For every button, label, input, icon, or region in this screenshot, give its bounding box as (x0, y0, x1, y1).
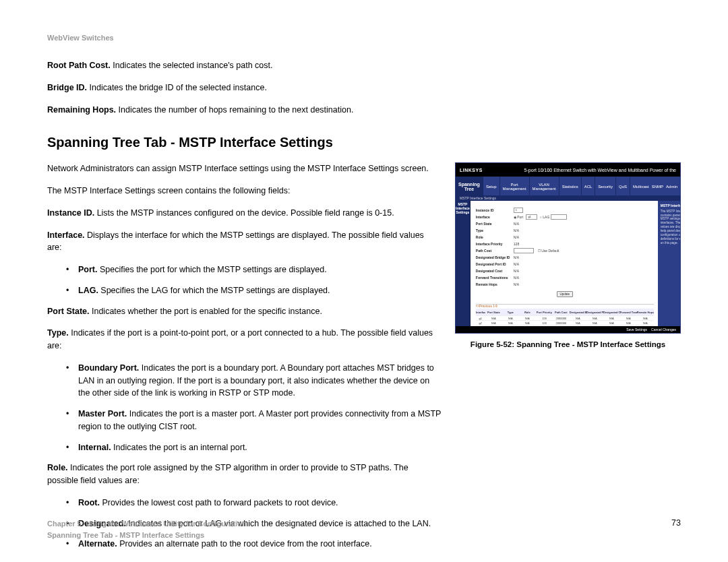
ss-brand-bar: LINKSYS 5-port 10/100 Ethernet Switch wi… (456, 163, 680, 177)
def-instance-id: Instance ID. Lists the MSTP instances co… (47, 207, 435, 220)
ss-product: 5-port 10/100 Ethernet Switch with WebVi… (524, 168, 676, 173)
ss-table-header-row: Interface Port State Type Role Port Prio… (476, 309, 654, 316)
ss-value: N/A (514, 269, 519, 273)
screenshot-figure: LINKSYS 5-port 10/100 Ethernet Switch wi… (455, 162, 681, 334)
term: LAG. (78, 286, 98, 295)
ss-value: N/A (514, 262, 519, 266)
term-text: Specifies the port for which the MSTP se… (97, 265, 326, 274)
ss-save-button[interactable]: Save Settings (626, 327, 647, 332)
ss-checkbox[interactable]: ☐ Use Default (538, 249, 559, 253)
term-text: Provides an alternate path to the root d… (117, 539, 372, 549)
type-bullet-list: Boundary Port. Indicates the port is a b… (47, 362, 442, 454)
ss-value: N/A (514, 235, 519, 239)
def-port-state: Port State. Indicates whether the port i… (47, 305, 435, 318)
ss-label: Forward Transitions (476, 276, 514, 280)
ss-tab[interactable]: ACL (582, 177, 596, 195)
page-footer: Chapter 5: Using the Web-based Utility f… (47, 518, 681, 540)
term: Bridge ID. (47, 83, 87, 92)
figure-caption: Figure 5-52: Spanning Tree - MSTP Interf… (455, 340, 681, 348)
ss-help-title: MSTP Interface Settings (661, 204, 681, 208)
section-title: Spanning Tree Tab - MSTP Interface Setti… (47, 135, 681, 150)
figure-column: LINKSYS 5-port 10/100 Ethernet Switch wi… (455, 162, 681, 348)
paragraph: Network Administrators can assign MSTP I… (47, 162, 435, 175)
footer-section: Spanning Tree Tab - MSTP Interface Setti… (47, 530, 247, 541)
footer-chapter: Chapter 5: Using the Web-based Utility f… (47, 518, 247, 530)
term-text: Provides the lowest cost path to forward… (100, 498, 338, 507)
ss-main-tab-selected[interactable]: Spanning Tree (456, 177, 483, 195)
term: Internal. (78, 443, 111, 452)
ss-tab[interactable]: Setup (483, 177, 500, 195)
ss-label: Path Cost (476, 249, 514, 253)
term: Port. (78, 265, 97, 274)
ss-value: N/A (514, 282, 519, 286)
ss-tab[interactable]: Admin (666, 185, 677, 189)
term: Port State. (47, 307, 90, 316)
def-remaining-hops: Remaining Hops. Indicates the number of … (47, 104, 654, 117)
ss-dropdown[interactable]: 1 (514, 208, 523, 213)
term-text: Indicates the port role assigned by the … (47, 463, 408, 485)
ss-value: N/A (514, 228, 519, 232)
ss-dropdown[interactable]: g1 (526, 214, 537, 220)
ss-radio[interactable]: ◉ Port (514, 215, 524, 219)
ss-value: N/A (514, 276, 519, 280)
def-root-path-cost: Root Path Cost. Indicates the selected i… (47, 59, 654, 72)
ss-dropdown[interactable] (551, 214, 567, 220)
term: Alternate. (78, 539, 117, 549)
ss-tab-group-right: Multicast SNMP Admin Logout (630, 177, 681, 195)
ss-tab[interactable]: Port Management (500, 177, 530, 195)
ss-top-nav: Spanning Tree Setup Port Management VLAN… (456, 177, 680, 195)
ss-input[interactable] (514, 248, 534, 253)
ss-form-area: Instance ID1 Interface ◉ Port g1 ○ LAG P… (471, 201, 658, 333)
ss-tab[interactable]: Multicast (633, 185, 649, 189)
list-item: LAG. Specifies the LAG for which the MST… (47, 284, 442, 297)
list-item: Port. Specifies the port for which the M… (47, 263, 442, 276)
ss-update-button[interactable]: Update (557, 291, 574, 297)
term: Boundary Port. (78, 363, 139, 373)
term-text: Indicates the selected instance's path c… (111, 61, 273, 70)
paragraph: The MSTP Interface Settings screen conta… (47, 185, 435, 197)
ss-side-label: MSTP Interface Settings (456, 201, 471, 333)
term: Root. (78, 498, 100, 507)
running-header: WebView Switches (47, 34, 681, 42)
ss-value: 128 (514, 242, 519, 246)
list-item: Master Port. Indicates the port is a mas… (47, 408, 442, 433)
ss-label: Designated Port ID (476, 262, 514, 266)
content-column: Network Administrators can assign MSTP I… (47, 162, 442, 559)
term: Remaining Hops. (47, 105, 116, 115)
def-type: Type. Indicates if the port is a point-t… (47, 327, 435, 352)
ss-brand: LINKSYS (460, 168, 483, 173)
term-text: Indicates the port is an internal port. (111, 443, 247, 452)
term: Master Port. (78, 409, 127, 418)
ss-tab[interactable]: SNMP (652, 185, 663, 189)
ss-label: Instance ID (476, 208, 514, 212)
ss-tab[interactable]: Statistics (559, 177, 582, 195)
ss-cancel-button[interactable]: Cancel Changes (651, 327, 676, 332)
term-text: Specifies the LAG for which the MSTP set… (98, 286, 330, 295)
term: Interface. (47, 230, 85, 240)
ss-pager[interactable]: <<Previous 1-9 (476, 305, 654, 308)
ss-value: N/A (514, 222, 519, 226)
ss-value: N/A (514, 255, 519, 259)
ss-tab[interactable]: QoS (616, 177, 630, 195)
def-interface: Interface. Displays the interface for wh… (47, 229, 435, 255)
ss-table-row: g1N/AN/AN/A1282000000N/AN/AN/AN/AN/A (476, 316, 654, 321)
ss-tab[interactable]: VLAN Management (530, 177, 559, 195)
term-text: Indicates the bridge ID of the selected … (87, 83, 267, 92)
ss-tab[interactable]: Logout (680, 185, 681, 189)
term-text: Displays the interface for which the MST… (47, 230, 424, 253)
term-text: Indicates if the port is a point-to-poin… (47, 328, 433, 350)
list-item: Boundary Port. Indicates the port is a b… (47, 362, 442, 400)
ss-help-body: The MSTP Interface tab contains paramete… (661, 210, 681, 245)
ss-tab[interactable]: Security (595, 177, 616, 195)
ss-label: Designated Bridge ID (476, 255, 514, 259)
ss-label: Interface Priority (476, 242, 514, 246)
list-item: Internal. Indicates the port is an inter… (47, 441, 442, 454)
ss-radio[interactable]: ○ LAG (540, 215, 549, 219)
def-bridge-id: Bridge ID. Indicates the bridge ID of th… (47, 82, 654, 94)
ss-table-row: g2N/AN/AN/A1282000000N/AN/AN/AN/AN/A (476, 321, 654, 325)
ss-help-panel: MSTP Interface Settings The MSTP Interfa… (658, 201, 681, 333)
list-item: Root. Provides the lowest cost path to f… (47, 497, 442, 509)
ss-label: Designated Cost (476, 269, 514, 273)
term: Role. (47, 463, 68, 472)
term-text: Indicates the number of hops remaining t… (116, 105, 353, 115)
